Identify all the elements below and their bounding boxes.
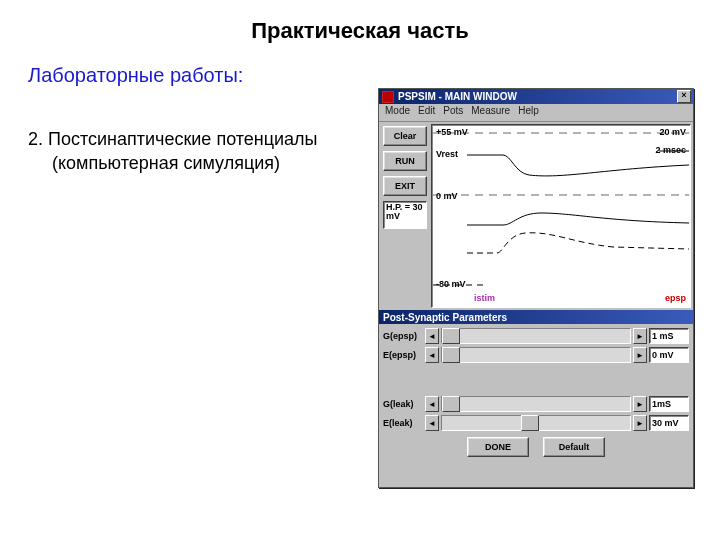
upper-panel: Clear RUN EXIT H.P. = 30 mV +55 mV 20 mV… bbox=[379, 122, 693, 310]
menubar: Mode Edit Pots Measure Help bbox=[379, 104, 693, 122]
default-button[interactable]: Default bbox=[543, 437, 605, 457]
param-row-eleak: E(leak) ◄ ► 30 mV bbox=[383, 415, 689, 431]
arrow-right-icon[interactable]: ► bbox=[633, 347, 647, 363]
param-label: G(epsp) bbox=[383, 331, 423, 341]
done-button[interactable]: DONE bbox=[467, 437, 529, 457]
lab-item-line1: 2. Постсинаптические потенциалы bbox=[28, 129, 318, 149]
params-title: Post-Synaptic Parameters bbox=[383, 312, 507, 323]
param-value: 1 mS bbox=[649, 328, 689, 344]
label-top-mv: +55 mV bbox=[436, 127, 468, 137]
page-title: Практическая часть bbox=[0, 18, 720, 44]
label-vrest: Vrest bbox=[436, 149, 458, 159]
sim-window: PSPSIM - MAIN WINDOW × Mode Edit Pots Me… bbox=[378, 88, 694, 488]
app-icon bbox=[382, 91, 394, 103]
arrow-right-icon[interactable]: ► bbox=[633, 328, 647, 344]
label-istim: istim bbox=[474, 293, 495, 303]
hp-readout: H.P. = 30 mV bbox=[383, 201, 427, 229]
arrow-right-icon[interactable]: ► bbox=[633, 415, 647, 431]
exit-button[interactable]: EXIT bbox=[383, 176, 427, 196]
param-row-eepsp: E(epsp) ◄ ► 0 mV bbox=[383, 347, 689, 363]
arrow-left-icon[interactable]: ◄ bbox=[425, 396, 439, 412]
run-button[interactable]: RUN bbox=[383, 151, 427, 171]
param-value: 0 mV bbox=[649, 347, 689, 363]
label-time: 2 msec bbox=[655, 145, 686, 155]
param-label: E(epsp) bbox=[383, 350, 423, 360]
slider-track[interactable] bbox=[441, 415, 631, 431]
arrow-left-icon[interactable]: ◄ bbox=[425, 347, 439, 363]
plot-svg bbox=[432, 125, 690, 307]
param-value: 1mS bbox=[649, 396, 689, 412]
close-button[interactable]: × bbox=[677, 90, 691, 103]
slider-track[interactable] bbox=[441, 396, 631, 412]
arrow-left-icon[interactable]: ◄ bbox=[425, 415, 439, 431]
clear-button[interactable]: Clear bbox=[383, 126, 427, 146]
slider-track[interactable] bbox=[441, 328, 631, 344]
param-row-gleak: G(leak) ◄ ► 1mS bbox=[383, 396, 689, 412]
label-zero: 0 mV bbox=[436, 191, 458, 201]
params-panel: G(epsp) ◄ ► 1 mS E(epsp) ◄ ► 0 mV G(leak… bbox=[379, 324, 693, 459]
param-value: 30 mV bbox=[649, 415, 689, 431]
label-right-mv: 20 mV bbox=[659, 127, 686, 137]
label-neg80: -80 mV bbox=[436, 279, 466, 289]
page-subtitle: Лабораторные работы: bbox=[28, 64, 720, 87]
menu-mode[interactable]: Mode bbox=[385, 105, 410, 120]
menu-edit[interactable]: Edit bbox=[418, 105, 435, 120]
arrow-left-icon[interactable]: ◄ bbox=[425, 328, 439, 344]
window-title: PSPSIM - MAIN WINDOW bbox=[398, 91, 517, 102]
arrow-right-icon[interactable]: ► bbox=[633, 396, 647, 412]
bottom-buttons: DONE Default bbox=[383, 437, 689, 457]
plot-area: +55 mV 20 mV 2 msec Vrest 0 mV -80 mV is… bbox=[431, 124, 691, 308]
main-titlebar: PSPSIM - MAIN WINDOW × bbox=[379, 89, 693, 104]
label-epsp: epsp bbox=[665, 293, 686, 303]
menu-help[interactable]: Help bbox=[518, 105, 539, 120]
slider-track[interactable] bbox=[441, 347, 631, 363]
menu-pots[interactable]: Pots bbox=[443, 105, 463, 120]
param-row-gepsp: G(epsp) ◄ ► 1 mS bbox=[383, 328, 689, 344]
button-column: Clear RUN EXIT H.P. = 30 mV bbox=[383, 126, 427, 229]
param-label: E(leak) bbox=[383, 418, 423, 428]
menu-measure[interactable]: Measure bbox=[471, 105, 510, 120]
hp-line2: mV bbox=[386, 212, 424, 221]
params-titlebar: Post-Synaptic Parameters bbox=[379, 310, 693, 324]
param-label: G(leak) bbox=[383, 399, 423, 409]
